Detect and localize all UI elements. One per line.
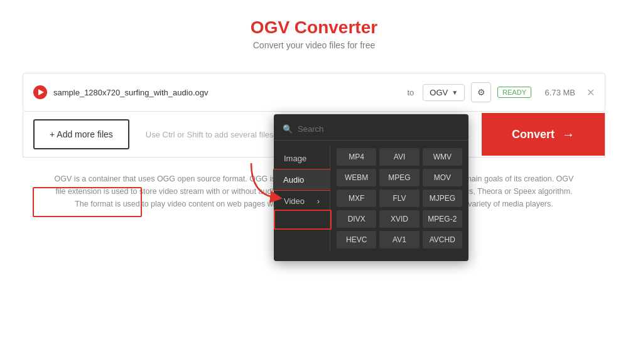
page-subtitle: Convert your video files for free — [0, 40, 628, 50]
dropdown-search-area: 🔍 — [274, 120, 468, 141]
arrow-svg — [245, 157, 295, 207]
header: OGV Converter Convert your video files f… — [0, 0, 628, 62]
add-more-files-button[interactable]: + Add more files — [33, 119, 129, 149]
settings-button[interactable]: ⚙ — [471, 82, 491, 102]
format-dropdown[interactable]: OGV ▼ — [423, 84, 465, 101]
format-hevc[interactable]: HEVC — [337, 231, 376, 249]
format-avchd[interactable]: AVCHD — [423, 231, 462, 249]
format-divx[interactable]: DIVX — [337, 210, 376, 228]
dropdown-content: Image Audio Video › MP4 AVI WMV WEBM MPE… — [274, 141, 468, 255]
close-button[interactable]: ✕ — [587, 87, 595, 99]
format-mpeg[interactable]: MPEG — [379, 169, 419, 186]
dropdown-search-input[interactable] — [298, 124, 460, 134]
to-label: to — [407, 88, 414, 97]
format-mp4[interactable]: MP4 — [337, 148, 376, 166]
format-mov[interactable]: MOV — [423, 169, 462, 186]
format-avi[interactable]: AVI — [379, 148, 419, 166]
format-mxf[interactable]: MXF — [337, 190, 376, 207]
convert-arrow-icon: → — [562, 127, 575, 142]
format-webm[interactable]: WEBM — [337, 169, 376, 186]
format-flv[interactable]: FLV — [379, 190, 419, 207]
file-name: sample_1280x720_surfing_with_audio.ogv — [53, 88, 401, 97]
ready-badge: READY — [497, 87, 531, 98]
add-files-label: + Add more files — [50, 129, 113, 139]
arrow-indicator — [245, 157, 295, 210]
format-av1[interactable]: AV1 — [379, 231, 419, 249]
file-row: sample_1280x720_surfing_with_audio.ogv t… — [23, 73, 605, 112]
format-xvid[interactable]: XVID — [379, 210, 419, 228]
search-icon: 🔍 — [283, 124, 293, 134]
format-value: OGV — [430, 88, 448, 97]
format-mpeg2[interactable]: MPEG-2 — [423, 210, 462, 228]
page: OGV Converter Convert your video files f… — [0, 0, 628, 364]
format-mjpeg[interactable]: MJPEG — [423, 190, 462, 207]
file-size: 6.73 MB — [538, 88, 575, 97]
format-grid: MP4 AVI WMV WEBM MPEG MOV MXF FLV MJPEG … — [330, 146, 468, 251]
format-dropdown-overlay: 🔍 Image Audio Video › MP4 AVI WMV WEBM M… — [274, 114, 468, 261]
page-title: OGV Converter — [0, 18, 628, 38]
play-icon — [33, 85, 47, 99]
convert-button[interactable]: Convert → — [482, 113, 605, 156]
convert-label: Convert — [512, 128, 555, 141]
format-wmv[interactable]: WMV — [423, 148, 462, 166]
chevron-down-icon: ▼ — [452, 89, 458, 96]
chevron-right-icon: › — [317, 196, 320, 206]
